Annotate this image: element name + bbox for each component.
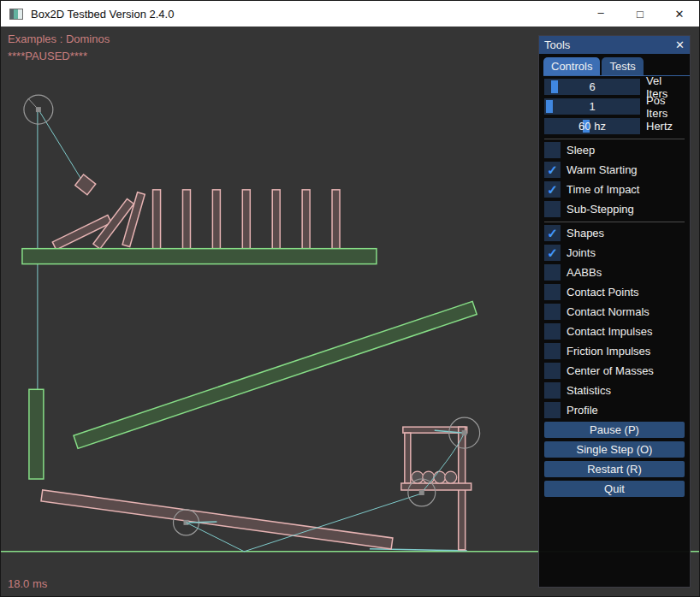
- domino[interactable]: [272, 190, 280, 249]
- pendulum-wheel[interactable]: [24, 95, 53, 124]
- domino[interactable]: [182, 190, 190, 249]
- checkmark-icon: ✓: [547, 245, 558, 261]
- quit-button[interactable]: Quit: [544, 481, 685, 497]
- checkbox[interactable]: [544, 142, 561, 158]
- domino[interactable]: [242, 190, 250, 249]
- checkbox[interactable]: ✓: [544, 245, 561, 261]
- pause-button[interactable]: Pause (P): [544, 422, 685, 438]
- domino[interactable]: [212, 190, 220, 249]
- seesaw-plank[interactable]: [41, 490, 393, 549]
- tab-controls[interactable]: Controls: [543, 57, 600, 75]
- window-controls: – □ ✕: [581, 1, 699, 27]
- client-area: Examples : Dominos ****PAUSED**** 18.0 m…: [1, 27, 699, 597]
- single-step-button[interactable]: Single Step (O): [544, 441, 685, 458]
- separator: [544, 222, 685, 222]
- ball[interactable]: [445, 471, 457, 483]
- checkbox[interactable]: ✓: [544, 225, 561, 241]
- pos-iters-row: 1 Pos Iters: [544, 98, 685, 115]
- example-label: Examples : Dominos: [8, 33, 110, 45]
- maximize-icon: □: [637, 8, 644, 21]
- checkbox[interactable]: [544, 402, 561, 418]
- vel-iters-slider[interactable]: 6: [544, 79, 640, 95]
- checkbox[interactable]: [544, 304, 561, 320]
- checkbox[interactable]: [544, 201, 561, 217]
- tab-tests[interactable]: Tests: [602, 57, 643, 75]
- domino[interactable]: [332, 190, 340, 249]
- ball[interactable]: [434, 471, 446, 483]
- checkbox-sleep[interactable]: Sleep: [544, 142, 685, 158]
- domino[interactable]: [153, 190, 161, 249]
- checkbox[interactable]: [544, 363, 561, 379]
- window-titlebar[interactable]: Box2D Testbed Version 2.4.0 – □ ✕: [1, 1, 699, 27]
- joint-line: [39, 109, 82, 180]
- checkbox-contact-impulses[interactable]: Contact Impulses: [544, 323, 685, 340]
- checkbox[interactable]: ✓: [544, 181, 561, 198]
- maximize-button[interactable]: □: [620, 1, 660, 27]
- close-icon: ✕: [675, 8, 685, 21]
- button-group: Pause (P) Single Step (O) Restart (R) Qu…: [544, 422, 685, 497]
- checkbox-sub-stepping[interactable]: Sub-Stepping: [544, 201, 685, 217]
- swinging-box-body[interactable]: [75, 174, 96, 195]
- checkbox[interactable]: ✓: [544, 162, 561, 178]
- checkbox-time-of-impact[interactable]: ✓ Time of Impact: [544, 181, 685, 198]
- pos-iters-label: Pos Iters: [646, 94, 685, 120]
- checkbox-statistics[interactable]: Statistics: [544, 382, 685, 399]
- checkbox-joints[interactable]: ✓ Joints: [544, 245, 685, 261]
- ball[interactable]: [423, 471, 435, 483]
- hertz-row: 60 hz Hertz: [544, 118, 685, 134]
- checkbox-friction-impulses[interactable]: Friction Impulses: [544, 343, 685, 359]
- checkbox-profile[interactable]: Profile: [544, 402, 685, 418]
- pos-iters-slider[interactable]: 1: [544, 98, 640, 115]
- checkbox-warm-starting[interactable]: ✓ Warm Starting: [544, 162, 685, 178]
- rope-ground-segment: [370, 549, 467, 551]
- domino[interactable]: [302, 190, 310, 249]
- pos-iters-value: 1: [544, 98, 640, 115]
- separator: [544, 139, 685, 139]
- vel-iters-value: 6: [544, 79, 640, 95]
- frame-time-label: 18.0 ms: [8, 577, 47, 590]
- checkmark-icon: ✓: [547, 162, 558, 178]
- tools-panel-title: Tools: [544, 38, 570, 51]
- paused-label: ****PAUSED****: [8, 50, 87, 62]
- minimize-button[interactable]: –: [581, 1, 620, 27]
- static-column: [29, 389, 44, 479]
- minimize-icon: –: [597, 6, 603, 19]
- vel-iters-row: 6 Vel Iters: [544, 79, 685, 95]
- joint-line: [188, 522, 217, 523]
- checkbox-shapes[interactable]: ✓ Shapes: [544, 225, 685, 241]
- hertz-label: Hertz: [646, 120, 673, 133]
- checkbox-contact-points[interactable]: Contact Points: [544, 284, 685, 300]
- checkmark-icon: ✓: [547, 225, 558, 241]
- checkbox[interactable]: [544, 382, 561, 399]
- app-window: Box2D Testbed Version 2.4.0 – □ ✕: [0, 0, 700, 597]
- checkmark-icon: ✓: [547, 181, 558, 198]
- checkbox[interactable]: [544, 323, 561, 340]
- checkbox-contact-normals[interactable]: Contact Normals: [544, 304, 685, 320]
- checkbox[interactable]: [544, 284, 561, 300]
- checkbox-center-of-masses[interactable]: Center of Masses: [544, 363, 685, 379]
- tools-panel-close-icon[interactable]: ✕: [675, 38, 685, 51]
- cart-frame[interactable]: [401, 427, 472, 550]
- tools-panel-body: 6 Vel Iters 1 Pos Iters 60 hz: [539, 76, 690, 497]
- hertz-slider[interactable]: 60 hz: [544, 118, 640, 134]
- checkbox-aabbs[interactable]: AABBs: [544, 264, 685, 281]
- window-title: Box2D Testbed Version 2.4.0: [31, 8, 174, 21]
- close-button[interactable]: ✕: [660, 1, 699, 27]
- checkbox[interactable]: [544, 264, 561, 281]
- checkbox[interactable]: [544, 343, 561, 359]
- app-icon: [9, 9, 23, 20]
- restart-button[interactable]: Restart (R): [544, 461, 685, 477]
- hertz-value: 60 hz: [544, 118, 640, 134]
- tools-panel: Tools ✕ Controls Tests 6 Vel Iters: [538, 35, 691, 588]
- static-shelf: [22, 249, 377, 264]
- tools-panel-titlebar[interactable]: Tools ✕: [539, 36, 690, 54]
